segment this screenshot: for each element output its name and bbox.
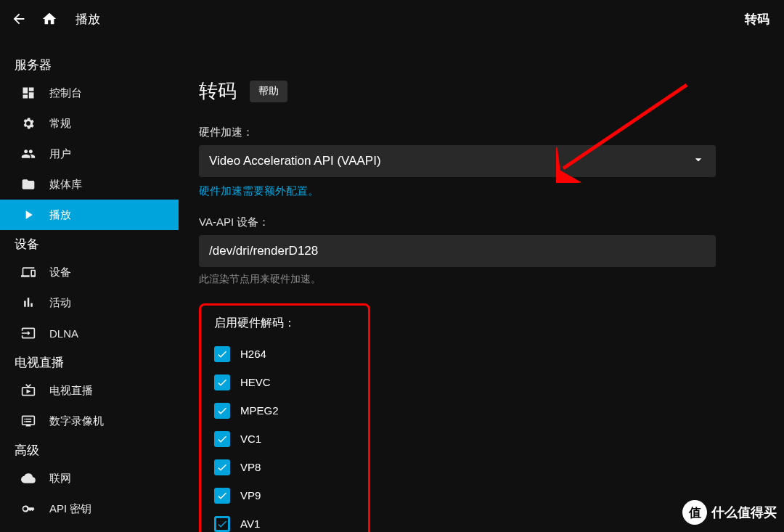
codec-checkbox[interactable] [214, 346, 230, 362]
devices-icon [20, 264, 36, 280]
sidebar-item-tv[interactable]: 电视直播 [0, 375, 179, 406]
cloud-icon [20, 470, 36, 486]
sidebar-item-label: 媒体库 [49, 178, 82, 192]
sidebar-item-dashboard[interactable]: 控制台 [0, 78, 179, 108]
sidebar-item-label: 播放 [49, 208, 71, 222]
sidebar-item-dvr[interactable]: 数字录像机 [0, 406, 179, 436]
page-title: 转码 [199, 78, 237, 104]
codec-row: HEVC [214, 368, 355, 396]
chart-icon [20, 295, 36, 311]
codec-label: H264 [240, 348, 266, 360]
sidebar-item-devices[interactable]: 设备 [0, 257, 179, 287]
sidebar-item-folder[interactable]: 媒体库 [0, 169, 179, 200]
sidebar-section-title: 设备 [0, 230, 179, 257]
header-left: 播放 [10, 10, 100, 28]
codec-row: VC1 [214, 425, 355, 453]
codec-label: VP8 [240, 461, 261, 473]
sidebar-item-label: 活动 [49, 296, 71, 310]
codec-checkbox[interactable] [214, 459, 230, 475]
watermark: 值 什么值得买 [682, 500, 777, 525]
sidebar-item-gear[interactable]: 常规 [0, 108, 179, 139]
play-icon [20, 207, 36, 223]
home-icon[interactable] [41, 10, 58, 28]
codec-label: MPEG2 [240, 404, 279, 417]
users-icon [20, 146, 36, 162]
sidebar-section-title: 服务器 [0, 51, 179, 78]
codec-checkbox[interactable] [214, 488, 230, 504]
sidebar-section-title: 电视直播 [0, 348, 179, 375]
codec-row: VP9 [214, 481, 355, 510]
hwaccel-selected: Video Acceleration API (VAAPI) [209, 154, 381, 168]
sidebar-item-play[interactable]: 播放 [0, 200, 179, 230]
codec-row: MPEG2 [214, 396, 355, 425]
codec-row: VP8 [214, 453, 355, 481]
sidebar-item-label: 电视直播 [49, 384, 93, 398]
main: 转码 帮助 硬件加速： Video Acceleration API (VAAP… [179, 38, 784, 532]
hwaccel-label: 硬件加速： [199, 126, 740, 139]
sidebar-item-label: 常规 [49, 117, 71, 131]
breadcrumb: 播放 [75, 11, 100, 28]
codec-checkbox[interactable] [214, 403, 230, 419]
dashboard-icon [20, 85, 36, 101]
sidebar-item-label: 控制台 [49, 86, 82, 100]
header: 播放 转码 [0, 0, 784, 38]
key-icon [20, 501, 36, 517]
sidebar-section-title: 高级 [0, 436, 179, 463]
sidebar-item-label: DLNA [49, 327, 78, 340]
folder-icon [20, 176, 36, 192]
header-page-title: 转码 [745, 11, 769, 28]
codec-label: VP9 [240, 489, 261, 502]
codec-checkbox[interactable] [214, 431, 230, 447]
watermark-badge: 值 [682, 500, 707, 525]
sidebar: 服务器控制台常规用户媒体库播放设备设备活动DLNA电视直播电视直播数字录像机高级… [0, 38, 179, 532]
sidebar-item-key[interactable]: API 密钥 [0, 494, 179, 524]
gear-icon [20, 115, 36, 131]
sidebar-item-chart[interactable]: 活动 [0, 287, 179, 318]
sidebar-item-label: API 密钥 [49, 502, 91, 516]
sidebar-item-label: 联网 [49, 472, 71, 486]
sidebar-item-users[interactable]: 用户 [0, 139, 179, 169]
codec-title: 启用硬件解码： [214, 316, 355, 331]
sidebar-item-label: 数字录像机 [49, 414, 104, 428]
vaapi-device-sub: 此渲染节点用来硬件加速。 [199, 273, 740, 286]
sidebar-item-label: 设备 [49, 266, 71, 279]
sidebar-item-cloud[interactable]: 联网 [0, 463, 179, 494]
codec-label: VC1 [240, 433, 261, 445]
vaapi-device-label: VA-API 设备： [199, 216, 740, 229]
codec-section: 启用硬件解码： H264HEVCMPEG2VC1VP8VP9AV1HEVC 10… [199, 303, 370, 532]
sidebar-item-input[interactable]: DLNA [0, 318, 179, 348]
vaapi-device-input[interactable] [199, 235, 716, 267]
hwaccel-select[interactable]: Video Acceleration API (VAAPI) [199, 145, 716, 177]
codec-checkbox[interactable] [214, 375, 230, 390]
codec-row: AV1 [214, 510, 355, 532]
codec-label: AV1 [240, 517, 260, 530]
input-icon [20, 325, 36, 341]
codec-label: HEVC [240, 376, 271, 388]
chevron-down-icon [691, 152, 706, 171]
dvr-icon [20, 413, 36, 429]
codec-checkbox[interactable] [214, 516, 230, 532]
sidebar-item-label: 用户 [49, 147, 71, 161]
hwaccel-hint[interactable]: 硬件加速需要额外配置。 [199, 184, 740, 198]
back-icon[interactable] [10, 10, 28, 28]
watermark-text: 什么值得买 [711, 504, 777, 521]
help-button[interactable]: 帮助 [250, 81, 287, 102]
codec-row: H264 [214, 340, 355, 368]
tv-icon [20, 382, 36, 398]
